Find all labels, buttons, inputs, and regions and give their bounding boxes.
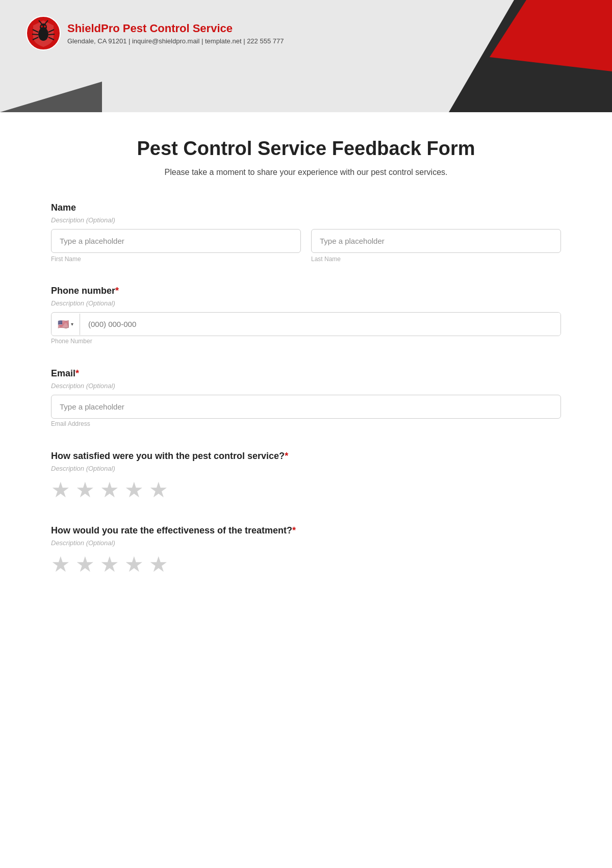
logo-row: ShieldPro Pest Control Service Glendale,…	[26, 15, 586, 51]
phone-label: Phone number*	[51, 286, 561, 296]
email-label: Email*	[51, 368, 561, 379]
svg-point-4	[44, 25, 46, 28]
company-details: Glendale, CA 91201 | inquire@shieldpro.m…	[67, 37, 284, 45]
svg-point-3	[41, 25, 43, 28]
name-description: Description (Optional)	[51, 216, 561, 224]
company-info: ShieldPro Pest Control Service Glendale,…	[67, 22, 284, 45]
effectiveness-star-3[interactable]: ★	[100, 552, 119, 577]
effectiveness-stars: ★ ★ ★ ★ ★	[51, 552, 561, 577]
phone-flag-select[interactable]: 🇺🇸 ▾	[52, 314, 80, 335]
effectiveness-label: How would you rate the effectiveness of …	[51, 525, 561, 536]
form-title: Pest Control Service Feedback Form	[51, 138, 561, 160]
email-description: Description (Optional)	[51, 382, 561, 390]
last-name-input[interactable]	[311, 229, 561, 253]
satisfaction-section: How satisfied were you with the pest con…	[51, 451, 561, 502]
email-input[interactable]	[51, 395, 561, 419]
header: ShieldPro Pest Control Service Glendale,…	[0, 0, 612, 112]
effectiveness-star-1[interactable]: ★	[51, 552, 70, 577]
satisfaction-star-4[interactable]: ★	[124, 477, 144, 502]
effectiveness-required: *	[292, 525, 296, 535]
satisfaction-star-1[interactable]: ★	[51, 477, 70, 502]
satisfaction-description: Description (Optional)	[51, 465, 561, 472]
first-name-col: First Name	[51, 229, 301, 263]
name-field-row: First Name Last Name	[51, 229, 561, 263]
phone-required: *	[115, 286, 119, 296]
flag-icon: 🇺🇸	[58, 319, 69, 330]
email-section: Email* Description (Optional) Email Addr…	[51, 368, 561, 428]
email-required: *	[75, 368, 79, 378]
form-container: Pest Control Service Feedback Form Pleas…	[0, 112, 612, 641]
phone-description: Description (Optional)	[51, 299, 561, 307]
effectiveness-section: How would you rate the effectiveness of …	[51, 525, 561, 577]
form-subtitle: Please take a moment to share your exper…	[51, 168, 561, 177]
shape-gray	[0, 82, 102, 112]
company-logo	[26, 15, 61, 51]
svg-point-2	[40, 23, 47, 31]
satisfaction-label: How satisfied were you with the pest con…	[51, 451, 561, 462]
first-name-sublabel: First Name	[51, 256, 301, 263]
effectiveness-star-4[interactable]: ★	[124, 552, 144, 577]
company-name: ShieldPro Pest Control Service	[67, 22, 284, 35]
phone-section: Phone number* Description (Optional) 🇺🇸 …	[51, 286, 561, 345]
email-sublabel: Email Address	[51, 420, 90, 427]
name-section: Name Description (Optional) First Name L…	[51, 202, 561, 263]
satisfaction-required: *	[285, 451, 288, 461]
phone-sublabel: Phone Number	[51, 338, 92, 345]
phone-row: 🇺🇸 ▾	[51, 312, 561, 336]
last-name-sublabel: Last Name	[311, 256, 561, 263]
svg-line-8	[32, 34, 38, 35]
satisfaction-star-2[interactable]: ★	[75, 477, 95, 502]
svg-line-11	[48, 34, 55, 35]
phone-input[interactable]	[80, 313, 560, 336]
effectiveness-star-5[interactable]: ★	[149, 552, 168, 577]
effectiveness-description: Description (Optional)	[51, 539, 561, 547]
last-name-col: Last Name	[311, 229, 561, 263]
header-content: ShieldPro Pest Control Service Glendale,…	[0, 0, 612, 66]
satisfaction-star-3[interactable]: ★	[100, 477, 119, 502]
first-name-input[interactable]	[51, 229, 301, 253]
satisfaction-stars: ★ ★ ★ ★ ★	[51, 477, 561, 502]
name-label: Name	[51, 202, 561, 213]
satisfaction-star-5[interactable]: ★	[149, 477, 168, 502]
effectiveness-star-2[interactable]: ★	[75, 552, 95, 577]
page-wrapper: ShieldPro Pest Control Service Glendale,…	[0, 0, 612, 868]
chevron-down-icon: ▾	[71, 321, 73, 327]
